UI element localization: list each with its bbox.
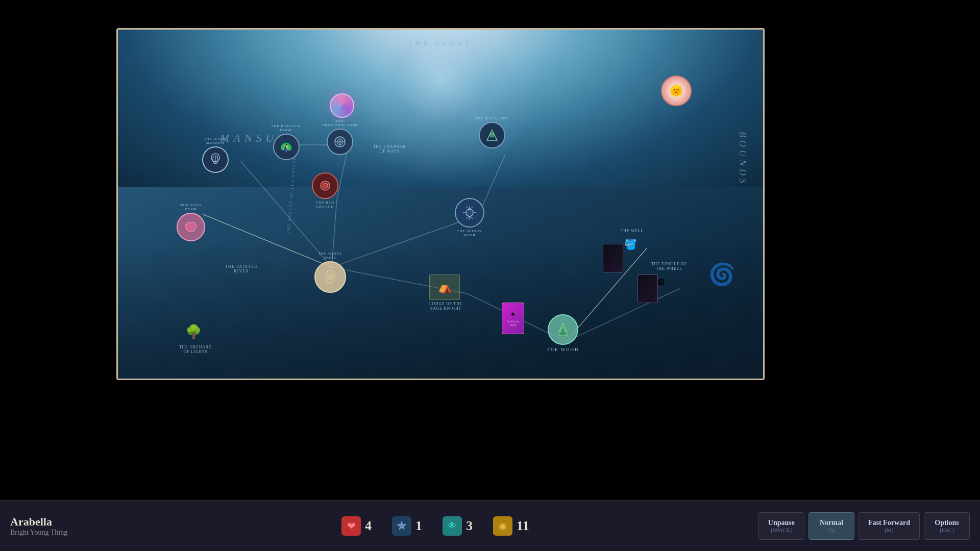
- location-red-church[interactable]: THE REDCHURCH: [312, 172, 338, 209]
- location-the-well[interactable]: THE WELL 🪣: [621, 229, 644, 254]
- card-occult-scrap[interactable]: ✦ An OccultScrap: [502, 303, 524, 334]
- stat-funds: ◉ 11: [493, 516, 529, 536]
- player-name: Arabella: [10, 515, 112, 529]
- fast-forward-label: Fast Forward: [868, 519, 910, 527]
- location-lodge[interactable]: ⛺ LODGE OF THESAGE KNIGHT: [429, 274, 462, 311]
- normal-key: [N]: [818, 527, 845, 533]
- unpause-key: [SPACE]: [768, 527, 795, 533]
- card-dark-1[interactable]: [603, 244, 623, 272]
- glory-radial: [338, 28, 543, 183]
- normal-label: Normal: [818, 519, 845, 527]
- health-value: 4: [365, 518, 372, 534]
- glory-title: THE GLORY: [408, 39, 473, 47]
- fast-forward-key: [M]: [868, 527, 910, 533]
- location-peacock-door[interactable]: THE PEACOCKDOOR 🦚: [271, 124, 301, 160]
- reason-icon: 👁: [443, 516, 462, 536]
- location-white-door[interactable]: THE WHITEDOOR: [314, 252, 346, 293]
- location-malleary[interactable]: THE MALLEARY: [475, 116, 509, 148]
- passion-icon: [392, 516, 411, 536]
- bottom-bar: Arabella Bright Young Thing ❤ 4 1 👁 3: [0, 500, 980, 551]
- sun-icon: 🌞: [661, 76, 692, 106]
- stat-reason: 👁 3: [443, 516, 473, 536]
- location-painted-river[interactable]: THE PAINTEDRIVER: [225, 264, 258, 273]
- card-dark-2[interactable]: [638, 274, 658, 303]
- location-triscupid-gate[interactable]: THETRISCUPID GATE: [322, 119, 358, 155]
- sun-decoration: 🌞: [656, 70, 697, 111]
- unpause-button[interactable]: Unpause [SPACE]: [758, 512, 804, 540]
- reason-value: 3: [466, 518, 473, 534]
- svg-point-21: [328, 274, 333, 280]
- game-map: THE GLORY 🌞 MANSUS BOUNDS THE WORMMUSEUM…: [116, 28, 765, 380]
- location-stag-door[interactable]: THE STAGDOOR: [177, 203, 205, 241]
- location-orchard[interactable]: 🌳 THE ORCHARDOF LIGHTS: [179, 320, 212, 354]
- controls-area: Unpause [SPACE] Normal [N] Fast Forward …: [758, 512, 970, 540]
- prismatic-token[interactable]: [330, 93, 354, 118]
- fast-forward-button[interactable]: Fast Forward [M]: [859, 512, 920, 540]
- svg-rect-23: [561, 335, 565, 337]
- normal-button[interactable]: Normal [N]: [808, 512, 854, 540]
- svg-point-19: [323, 183, 328, 188]
- bounds-label: BOUNDS: [737, 132, 748, 186]
- stat-health: ❤ 4: [341, 516, 372, 536]
- options-label: Options: [934, 519, 960, 527]
- location-the-wood[interactable]: THE WOOD: [547, 314, 579, 352]
- passion-value: 1: [415, 518, 422, 534]
- spiral-decoration: 🌀: [708, 262, 735, 287]
- svg-point-22: [466, 209, 473, 216]
- location-chamber-of-ways[interactable]: THE CHAMBEROF WAYS: [373, 144, 406, 154]
- funds-icon: ◉: [493, 516, 512, 536]
- health-icon: ❤: [341, 516, 361, 536]
- player-title: Bright Young Thing: [10, 529, 112, 537]
- options-key: [ESC]: [934, 527, 960, 533]
- location-spider-door[interactable]: THE SPIDERDOOR: [455, 198, 484, 237]
- location-worm-museum[interactable]: THE WORMMUSEUM: [202, 137, 229, 173]
- svg-point-20: [490, 133, 494, 137]
- unpause-label: Unpause: [768, 519, 795, 527]
- options-button[interactable]: Options [ESC]: [924, 512, 970, 540]
- funds-value: 11: [517, 518, 529, 534]
- stat-passion: 1: [392, 516, 422, 536]
- stats-area: ❤ 4 1 👁 3 ◉ 11: [112, 516, 758, 536]
- player-info: Arabella Bright Young Thing: [10, 515, 112, 537]
